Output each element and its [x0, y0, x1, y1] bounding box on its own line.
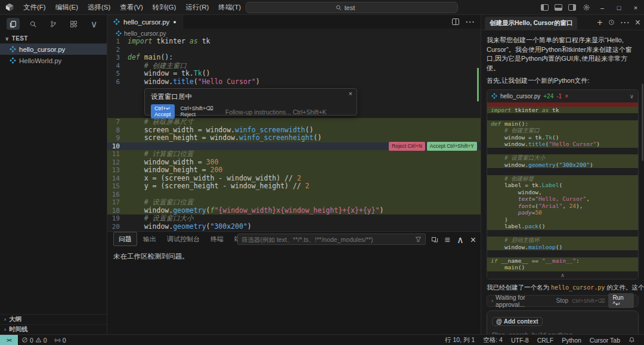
chat-tab[interactable]: 创建显示Hello, Cursor的窗口	[485, 17, 577, 30]
inline-reject-button[interactable]: Ctrl+Shift+⌫ Reject	[181, 105, 213, 117]
run-button[interactable]: Run ^↵	[608, 293, 634, 308]
code-line[interactable]: 13 window_height = 200	[107, 166, 481, 175]
editor-actions-ellipsis-icon[interactable]: ⋯	[465, 16, 475, 27]
code-line[interactable]: 20 window.geometry("300x200")	[107, 223, 481, 231]
close-chat-icon[interactable]: ×	[635, 17, 640, 28]
code-line[interactable]: 4 # 创建主窗口	[107, 62, 481, 70]
outline-section[interactable]: › 大纲	[0, 314, 107, 324]
inline-accept-button[interactable]: Ctrl+↵ Accept	[151, 104, 175, 119]
code-line[interactable]: 9 screen_height = window.winfo_screenhei…	[107, 134, 481, 142]
panel-tab-问题[interactable]: 问题	[113, 232, 137, 246]
panel-tab-输出[interactable]: 输出	[138, 232, 161, 245]
code-line[interactable]: 1import tkinter as tk	[107, 38, 481, 46]
line-number[interactable]: 13	[107, 166, 128, 175]
panel-tab-终端[interactable]: 终端	[206, 232, 228, 245]
line-number[interactable]: 11	[107, 150, 128, 158]
line-number[interactable]: 17	[107, 198, 128, 207]
split-editor-icon[interactable]	[452, 18, 459, 25]
filter-icon[interactable]	[415, 236, 422, 243]
chat-code-block[interactable]: import tkinter as tkdef main(): # 创建主窗口 …	[487, 107, 638, 271]
extensions-icon[interactable]	[67, 18, 80, 30]
notifications-bell-icon[interactable]	[624, 337, 639, 343]
code-line[interactable]: 2	[107, 46, 481, 54]
line-number[interactable]: 8	[107, 126, 128, 135]
code-line[interactable]: 8 screen_width = window.winfo_screenwidt…	[107, 126, 481, 135]
file-item[interactable]: HelloWorld.py	[0, 55, 107, 66]
code-line[interactable]: 3def main():	[107, 54, 481, 62]
close-window-button[interactable]: ×	[627, 0, 644, 15]
toggle-panel-icon[interactable]	[555, 4, 562, 11]
gear-icon[interactable]	[583, 4, 590, 11]
code-card-header[interactable]: hello_cursor.py +24 -1 × ∨	[487, 90, 638, 102]
tab-hello-cursor[interactable]: hello_cursor.py ●	[107, 15, 183, 29]
line-number[interactable]: 19	[107, 215, 128, 223]
line-number[interactable]: 18	[107, 207, 128, 215]
chat-scrollbar[interactable]	[642, 83, 643, 161]
followup-input[interactable]	[225, 108, 363, 116]
line-number[interactable]: 10	[107, 142, 128, 151]
close-panel-icon[interactable]: ×	[470, 235, 476, 245]
collapse-code-card[interactable]: ∧	[487, 271, 638, 279]
code-line[interactable]: 18 window.geometry(f"{window_width}x{win…	[107, 207, 481, 215]
minimize-button[interactable]: –	[594, 0, 611, 15]
list-view-icon[interactable]: ≡	[445, 235, 450, 245]
maximize-panel-icon[interactable]: ∧	[457, 234, 464, 245]
problems-counter[interactable]: 0 0	[18, 337, 51, 344]
explorer-section-header[interactable]: ∨ TEST	[0, 32, 107, 43]
status-item[interactable]: Python	[558, 337, 586, 344]
line-number[interactable]: 9	[107, 134, 128, 142]
problems-filter[interactable]	[237, 234, 426, 245]
menu-item[interactable]: 编辑(E)	[51, 0, 83, 15]
code-line[interactable]: 16	[107, 191, 481, 199]
menu-item[interactable]: 查看(V)	[115, 0, 147, 15]
code-line[interactable]: 15 y = (screen_height - window_height) /…	[107, 182, 481, 191]
remote-indicator[interactable]: ><	[0, 335, 18, 345]
line-number[interactable]: 1	[107, 38, 128, 46]
line-number[interactable]: 5	[107, 70, 128, 78]
code-line[interactable]: 5 window = tk.Tk()	[107, 70, 481, 78]
explorer-icon[interactable]	[7, 18, 20, 30]
line-number[interactable]: 3	[107, 54, 128, 62]
close-icon[interactable]: ×	[349, 90, 352, 97]
breadcrumb[interactable]: hello_cursor.py	[107, 29, 481, 38]
reject-diff-button[interactable]: Reject Ctrl+N	[389, 142, 425, 151]
stop-button[interactable]: Stop	[556, 297, 569, 304]
line-number[interactable]: 4	[107, 62, 128, 70]
maximize-button[interactable]: □	[611, 0, 627, 15]
code-line[interactable]: 6 window.title("Hello Cursor")	[107, 78, 481, 86]
line-number[interactable]: 7	[107, 118, 128, 126]
line-number[interactable]: 6	[107, 78, 128, 86]
status-item[interactable]: 行 10, 列 1	[441, 336, 479, 344]
search-input[interactable]	[345, 4, 369, 11]
timeline-section[interactable]: › 时间线	[0, 324, 107, 334]
status-item[interactable]: CRLF	[533, 337, 558, 344]
code-line[interactable]: 11 # 计算窗口位置	[107, 150, 481, 158]
ports-indicator[interactable]: 0	[51, 337, 70, 344]
chat-more-icon[interactable]: ⋯	[620, 17, 630, 28]
menu-item[interactable]: 转到(G)	[148, 0, 181, 15]
code-line[interactable]: 19 # 设置窗口大小	[107, 215, 481, 223]
line-number[interactable]: 20	[107, 223, 128, 231]
code-line[interactable]: 17 # 设置窗口位置	[107, 198, 481, 207]
panel-tab-调试控制台[interactable]: 调试控制台	[162, 232, 205, 245]
code-editor[interactable]: 1import tkinter as tk23def main():4 # 创建…	[107, 38, 481, 231]
code-line[interactable]: 14 x = (screen_width - window_width) // …	[107, 175, 481, 183]
search-sidebar-icon[interactable]	[27, 18, 40, 30]
modified-dot-icon[interactable]: ●	[173, 19, 176, 25]
status-item[interactable]: UTF-8	[507, 337, 533, 344]
command-search[interactable]	[246, 2, 458, 13]
toggle-secondary-sidebar-icon[interactable]	[568, 4, 576, 11]
add-context-chip[interactable]: @ Add context	[492, 317, 543, 326]
line-number[interactable]: 14	[107, 175, 128, 183]
code-line[interactable]: 10Reject Ctrl+NAccept Ctrl+Shift+Y	[107, 142, 481, 151]
toggle-sidebar-icon[interactable]	[541, 4, 549, 11]
discard-file-icon[interactable]: ×	[565, 93, 568, 100]
code-line[interactable]: 7 # 获取屏幕尺寸	[107, 118, 481, 126]
filter-input[interactable]	[242, 236, 415, 243]
line-number[interactable]: 12	[107, 158, 128, 167]
new-chat-icon[interactable]: +	[597, 17, 602, 28]
menu-item[interactable]: 运行(R)	[181, 0, 213, 15]
line-number[interactable]: 2	[107, 46, 128, 54]
accept-diff-button[interactable]: Accept Ctrl+Shift+Y	[427, 142, 477, 151]
line-number[interactable]: 15	[107, 182, 128, 191]
